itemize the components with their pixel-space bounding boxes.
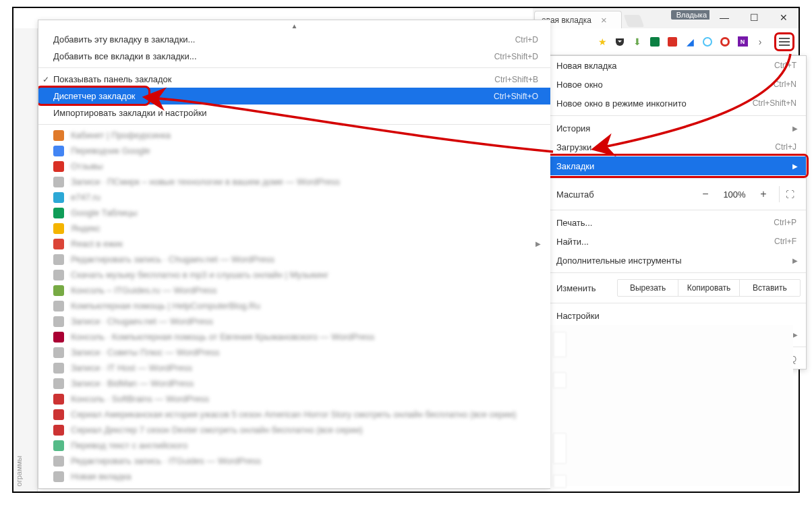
bookmark-item[interactable]: Консоль · SoftBrains — WordPress — [38, 391, 550, 407]
menu-label: Масштаб — [556, 189, 594, 200]
menu-label: Дополнительные инструменты — [556, 256, 682, 266]
bm-add-this-tab[interactable]: Добавить эту вкладку в закладки... Ctrl+… — [38, 31, 550, 48]
favicon — [53, 409, 64, 420]
menu-separator — [547, 210, 806, 210]
download-icon[interactable]: ⬇ — [630, 34, 645, 49]
bookmark-item[interactable]: Сериал Декстер 7 сезон Dexter смотреть о… — [38, 422, 550, 438]
opera-icon[interactable] — [718, 34, 732, 49]
bookmark-item[interactable]: Компьютерная помощь | HelpComputerBlog.R… — [38, 298, 550, 314]
menu-shortcut: Ctrl+Shift+D — [494, 52, 538, 61]
favicon — [53, 363, 64, 374]
bm-show-bar[interactable]: Показывать панель закладок Ctrl+Shift+B — [38, 71, 550, 88]
bookmark-item[interactable]: Записи · ПСмирк – новые технологии в ваш… — [38, 174, 550, 189]
menu-new-window[interactable]: Новое окно Ctrl+N — [547, 75, 806, 94]
menu-label: Импортировать закладки и настройки — [53, 108, 207, 118]
bookmark-item[interactable]: React в ежик▶ — [38, 236, 550, 251]
ext-red-icon[interactable] — [665, 34, 680, 49]
paste-button[interactable]: Вставить — [739, 280, 800, 296]
menu-edit-row: Изменить Вырезать Копировать Вставить — [547, 276, 806, 300]
zoom-out-button[interactable]: − — [694, 185, 717, 204]
menu-downloads[interactable]: Загрузки Ctrl+J — [547, 138, 806, 156]
menu-label: Добавить эту вкладку в закладки... — [53, 34, 195, 44]
zoom-value: 100% — [717, 189, 752, 200]
menu-label: Добавить все вкладки в закладки... — [53, 51, 197, 61]
menu-more-tools[interactable]: Дополнительные инструменты ▶ — [547, 251, 806, 270]
bookmark-item[interactable]: e747.ru — [38, 189, 550, 205]
bookmark-item[interactable]: Редактировать запись · ITGuides — WordPr… — [38, 453, 550, 469]
fullscreen-button[interactable]: ⛶ — [779, 186, 801, 202]
submenu-arrow-icon: ▶ — [792, 162, 798, 170]
menu-history[interactable]: История ▶ — [547, 119, 806, 138]
bookmark-title: Консоль – ITGuides.ru — WordPress — [71, 285, 217, 295]
ext-circle-icon[interactable] — [700, 34, 715, 49]
favicon — [53, 316, 64, 327]
favicon — [53, 223, 64, 234]
new-tab-button[interactable] — [624, 15, 645, 27]
bookmark-title: Google Таблицы — [71, 208, 138, 218]
bookmark-item[interactable]: Записи · IT Host — WordPress — [38, 360, 550, 376]
window-close-button[interactable]: ✕ — [769, 8, 799, 27]
menu-label: История — [556, 123, 590, 133]
ext-green-icon[interactable] — [647, 34, 662, 49]
menu-incognito[interactable]: Новое окно в режиме инкогнито Ctrl+Shift… — [547, 94, 806, 113]
menu-shortcut: Ctrl+N — [774, 80, 796, 89]
menu-label: Изменить — [556, 283, 617, 293]
menu-separator — [547, 178, 806, 179]
zoom-in-button[interactable]: + — [752, 185, 775, 204]
favicon — [53, 270, 64, 280]
favicon — [53, 332, 64, 343]
bm-bookmark-manager[interactable]: Диспетчер закладок Ctrl+Shift+O — [38, 88, 550, 105]
bookmark-item[interactable]: Скачать музыку бесплатно в mp3 и слушать… — [38, 267, 550, 283]
overflow-chevron-icon[interactable]: › — [753, 34, 767, 49]
star-icon[interactable]: ★ — [595, 34, 610, 49]
bookmark-item[interactable]: Google Таблицы — [38, 205, 550, 220]
bookmark-title: Редактировать запись · ITGuides — WordPr… — [71, 456, 261, 466]
browser-toolbar: ★ ⬇ ◢ N › — [533, 28, 799, 55]
favicon — [53, 208, 64, 218]
tab-close-icon[interactable]: × — [601, 15, 607, 25]
bookmark-item[interactable]: Новая вкладка — [38, 469, 550, 484]
bookmark-title: Записи · IT Host — WordPress — [71, 363, 192, 373]
pocket-icon[interactable] — [612, 34, 627, 49]
bookmark-item[interactable]: Сериал Американская история ужасов 5 сез… — [38, 407, 550, 422]
bookmark-title: Консоль · Компьютерная помощь от Евгения… — [71, 332, 374, 342]
favicon — [53, 146, 64, 156]
scroll-down-arrow[interactable]: ▼ — [38, 484, 550, 489]
bookmark-item[interactable]: Записи · Советы Плюс — WordPress — [38, 345, 550, 360]
bookmark-item[interactable]: Консоль · Компьютерная помощь от Евгения… — [38, 329, 550, 345]
bookmark-item[interactable]: Перевод текст с английского — [38, 438, 550, 453]
cut-button[interactable]: Вырезать — [618, 280, 678, 296]
bookmark-title: Новая вкладка — [71, 471, 132, 481]
profile-badge[interactable]: Владыка — [671, 10, 712, 20]
bookmark-item[interactable]: Кабинет | Профкурсинка — [38, 127, 550, 143]
bookmark-title: Записи · Chugaev.net — WordPress — [71, 316, 213, 326]
menu-label: Загрузки — [556, 142, 591, 152]
menu-new-tab[interactable]: Новая вкладка Ctrl+T — [547, 56, 806, 75]
window-minimize-button[interactable]: — — [709, 8, 739, 27]
menu-find[interactable]: Найти... Ctrl+F — [547, 232, 806, 251]
onenote-icon[interactable]: N — [735, 34, 750, 49]
favicon — [53, 394, 64, 405]
menu-settings[interactable]: Настройки — [547, 306, 806, 325]
chrome-menu-button[interactable] — [774, 32, 794, 51]
bookmark-item[interactable]: Редактировать запись · Chugaev.net — Wor… — [38, 251, 550, 267]
menu-bookmarks[interactable]: Закладки ▶ — [547, 156, 806, 175]
menu-print[interactable]: Печать... Ctrl+P — [547, 213, 806, 232]
scroll-up-arrow[interactable]: ▲ — [38, 20, 550, 31]
bookmark-item[interactable]: Яндекс — [38, 220, 550, 236]
bookmark-item[interactable]: Записи · Chugaev.net — WordPress — [38, 314, 550, 329]
bm-import[interactable]: Импортировать закладки и настройки — [38, 105, 550, 121]
bookmark-item[interactable]: Отзывы — [38, 158, 550, 174]
ext-triangle-icon[interactable]: ◢ — [683, 34, 697, 49]
bookmark-item[interactable]: Переводчик Google — [38, 143, 550, 158]
bookmark-title: Компьютерная помощь | HelpComputerBlog.R… — [71, 301, 260, 311]
submenu-arrow-icon: ▶ — [792, 331, 798, 338]
window-maximize-button[interactable]: ☐ — [739, 8, 769, 27]
copy-button[interactable]: Копировать — [678, 280, 738, 296]
bookmark-title: Сериал Декстер 7 сезон Dexter смотреть о… — [71, 425, 363, 435]
bm-add-all-tabs[interactable]: Добавить все вкладки в закладки... Ctrl+… — [38, 48, 550, 65]
bookmark-title: Кабинет | Профкурсинка — [71, 130, 171, 140]
bookmark-item[interactable]: Консоль – ITGuides.ru — WordPress — [38, 283, 550, 298]
bookmark-item[interactable]: Записи · BidMan — WordPress — [38, 376, 550, 391]
favicon — [53, 239, 64, 249]
